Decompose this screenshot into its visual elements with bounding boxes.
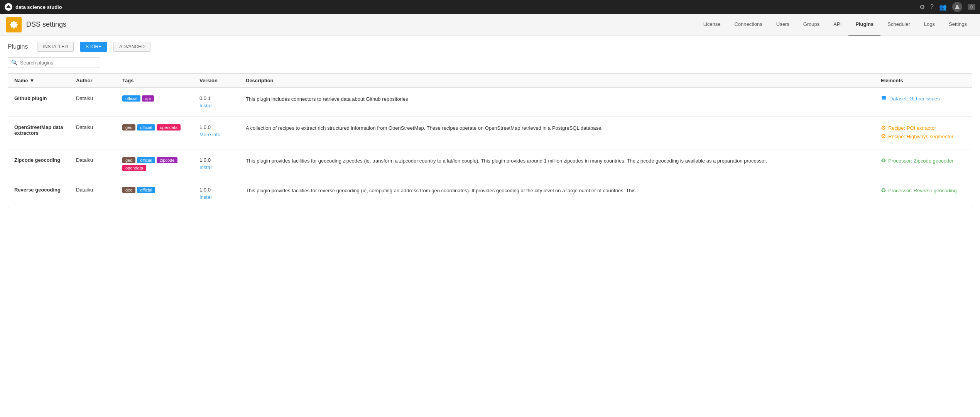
tag-geo: geo — [122, 157, 135, 163]
recipe-icon: ⚙ — [881, 124, 886, 131]
users-icon[interactable]: 👥 — [939, 3, 947, 11]
plugin-elements-osm: ⚙ Recipe: POI extractor ⚙ Recipe: Highwa… — [881, 124, 966, 141]
tag-opendata: opendata — [122, 165, 146, 171]
element-recipe-poi[interactable]: ⚙ Recipe: POI extractor — [881, 124, 966, 131]
tab-store[interactable]: STORE — [80, 42, 107, 52]
search-bar-row: 🔍 — [0, 52, 980, 73]
plugin-author-reverse: Dataiku — [76, 187, 122, 193]
help-icon[interactable]: ? — [930, 3, 934, 10]
element-processor-reverse[interactable]: ♻ Processor: Reverse geocoding — [881, 187, 966, 194]
header-row: DSS settings License Connections Users G… — [0, 14, 980, 36]
plugin-tags-osm: geo official opendata — [122, 124, 199, 131]
nav-settings[interactable]: Settings — [942, 14, 974, 36]
install-github[interactable]: Install — [199, 103, 246, 108]
plugin-elements-zipcode: ♻ Processor: Zipcode geocoder — [881, 157, 966, 166]
col-header-author: Author — [76, 78, 122, 83]
notification-counter[interactable]: 0 — [968, 4, 975, 10]
plugin-elements-github: Dataset: Github issues — [881, 95, 966, 103]
nav-api[interactable]: API — [826, 14, 848, 36]
plugin-name-zipcode: Zipcode geocoding — [14, 157, 76, 163]
col-header-version: Version — [199, 78, 246, 83]
nav-plugins[interactable]: Plugins — [848, 14, 880, 36]
plugins-header: Plugins INSTALLED STORE ADVANCED — [0, 36, 980, 52]
search-input[interactable] — [20, 60, 97, 66]
tag-geo: geo — [122, 124, 135, 131]
col-header-name: Name ▼ — [14, 78, 76, 83]
tag-official: official — [137, 124, 155, 131]
top-bar-icons: ⚙ ? 👥 0 — [919, 2, 975, 12]
plugins-title: Plugins — [8, 43, 28, 50]
svg-marker-0 — [6, 5, 11, 8]
tag-api: api — [142, 95, 154, 102]
top-bar: data science studio ⚙ ? 👥 0 — [0, 0, 980, 14]
recipe-icon: ⚙ — [881, 133, 886, 140]
tab-advanced[interactable]: ADVANCED — [113, 42, 150, 52]
col-header-description: Description — [246, 78, 881, 83]
nav-license[interactable]: License — [696, 14, 728, 36]
table-row: Zipcode geocoding Dataiku geo official z… — [8, 149, 972, 179]
plugin-author-github: Dataiku — [76, 95, 122, 101]
page-title: DSS settings — [26, 20, 66, 29]
table-row: Reverse geocoding Dataiku geo official 1… — [8, 179, 972, 208]
element-recipe-highways[interactable]: ⚙ Recipe: Highways segmenter — [881, 133, 966, 140]
gear-icon[interactable]: ⚙ — [919, 3, 925, 11]
plugin-name-github: Github plugin — [14, 95, 76, 101]
install-reverse[interactable]: Install — [199, 194, 246, 200]
element-processor-zipcode[interactable]: ♻ Processor: Zipcode geocoder — [881, 157, 966, 164]
col-header-elements: Elements — [881, 78, 966, 83]
tag-zipcode: zipcode — [157, 157, 177, 163]
plugin-version-reverse: 1.0.0 Install — [199, 187, 246, 200]
tag-official: official — [137, 187, 155, 193]
tab-installed[interactable]: INSTALLED — [37, 42, 73, 52]
app-title: data science studio — [15, 4, 62, 10]
tag-opendata: opendata — [157, 124, 181, 131]
plugin-desc-github: This plugin includes connectors to retri… — [246, 95, 881, 103]
plugin-name-osm: OpenStreetMap data extractors — [14, 124, 76, 136]
main-nav: License Connections Users Groups API Plu… — [82, 14, 974, 36]
tag-official: official — [137, 157, 155, 163]
dataset-icon — [881, 95, 887, 102]
plugin-tags-reverse: geo official — [122, 187, 199, 193]
plugin-name-reverse: Reverse geocoding — [14, 187, 76, 193]
nav-groups[interactable]: Groups — [796, 14, 827, 36]
plugin-elements-reverse: ♻ Processor: Reverse geocoding — [881, 187, 966, 195]
table-row: OpenStreetMap data extractors Dataiku ge… — [8, 117, 972, 149]
element-dataset-github[interactable]: Dataset: Github issues — [881, 95, 966, 102]
search-wrap[interactable]: 🔍 — [8, 57, 100, 68]
plugin-version-github: 0.0.1 Install — [199, 95, 246, 108]
user-avatar[interactable] — [952, 2, 962, 12]
plugin-author-osm: Dataiku — [76, 124, 122, 130]
plugin-tags-github: official api — [122, 95, 199, 102]
table-row: Github plugin Dataiku official api 0.0.1… — [8, 88, 972, 117]
tag-official: official — [122, 95, 140, 102]
moreinfo-osm[interactable]: More info — [199, 132, 246, 137]
app-logo[interactable] — [5, 3, 12, 11]
plugin-table: Name ▼ Author Tags Version Description E… — [8, 73, 972, 208]
plugin-desc-osm: A collection of recipes to extract rich … — [246, 124, 881, 132]
tag-geo: geo — [122, 187, 135, 193]
plugin-author-zipcode: Dataiku — [76, 157, 122, 163]
processor-icon: ♻ — [881, 157, 886, 164]
install-zipcode[interactable]: Install — [199, 164, 246, 170]
plugin-version-zipcode: 1.0.0 Install — [199, 157, 246, 170]
header-gear-icon — [6, 17, 22, 32]
col-header-tags: Tags — [122, 78, 199, 83]
processor-icon: ♻ — [881, 187, 886, 194]
plugin-tags-zipcode: geo official zipcode opendata — [122, 157, 199, 171]
plugin-desc-zipcode: This plugin provides facilities for geoc… — [246, 157, 881, 165]
plugin-version-osm: 1.0.0 More info — [199, 124, 246, 137]
table-header: Name ▼ Author Tags Version Description E… — [8, 74, 972, 88]
nav-scheduler[interactable]: Scheduler — [880, 14, 917, 36]
nav-connections[interactable]: Connections — [727, 14, 769, 36]
search-icon: 🔍 — [11, 59, 18, 66]
nav-logs[interactable]: Logs — [917, 14, 942, 36]
plugin-desc-reverse: This plugin provides facilities for reve… — [246, 187, 881, 195]
nav-users[interactable]: Users — [769, 14, 796, 36]
